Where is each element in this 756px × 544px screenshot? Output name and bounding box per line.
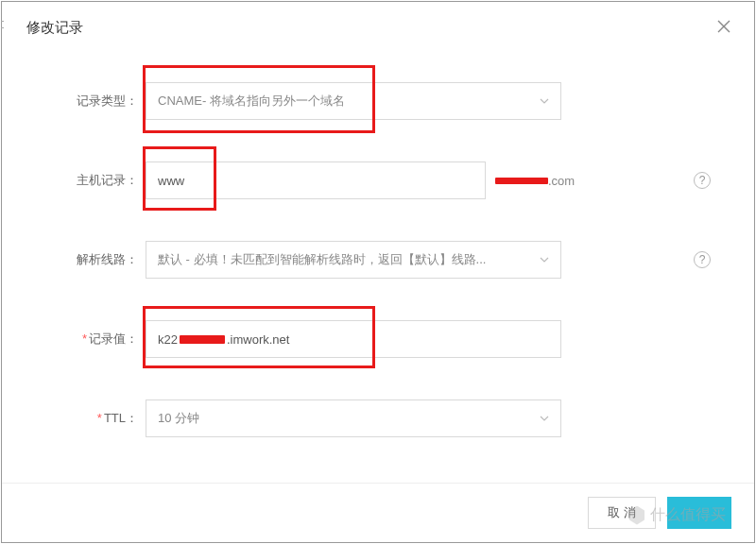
close-icon[interactable] — [716, 19, 731, 36]
host-record-value: www — [158, 174, 184, 188]
help-icon[interactable]: ? — [694, 172, 711, 189]
dialog-title: 修改记录 — [2, 2, 754, 54]
dialog-footer: 取 消 — [2, 483, 754, 542]
record-type-label: 记录类型： — [59, 93, 146, 110]
chevron-down-icon — [540, 257, 549, 263]
chevron-down-icon — [540, 98, 549, 104]
chevron-down-icon — [540, 416, 549, 421]
form: 记录类型： CNAME- 将域名指向另外一个域名 主机记录： www — [2, 54, 754, 437]
line-value: 默认 - 必填！未匹配到智能解析线路时，返回【默认】线路... — [158, 251, 486, 268]
cancel-button[interactable]: 取 消 — [588, 497, 656, 529]
confirm-button[interactable] — [667, 497, 731, 529]
ttl-value: 10 分钟 — [158, 410, 199, 427]
line-label: 解析线路： — [59, 251, 146, 268]
record-value-label: *记录值： — [59, 331, 146, 348]
record-value-suffix: .imwork.net — [227, 332, 289, 347]
host-record-input[interactable]: www — [146, 162, 486, 199]
help-icon[interactable]: ? — [694, 251, 711, 268]
ttl-label: *TTL： — [59, 410, 146, 427]
record-type-select[interactable]: CNAME- 将域名指向另外一个域名 — [146, 82, 561, 120]
record-value-text: k22 — [158, 332, 178, 347]
record-value-input[interactable]: k22 .imwork.net — [146, 320, 561, 358]
line-select[interactable]: 默认 - 必填！未匹配到智能解析线路时，返回【默认】线路... — [146, 241, 561, 279]
host-record-label: 主机记录： — [59, 172, 146, 189]
domain-suffix: .com — [495, 174, 575, 188]
ttl-select[interactable]: 10 分钟 — [146, 400, 561, 437]
record-type-value: CNAME- 将域名指向另外一个域名 — [158, 93, 345, 110]
